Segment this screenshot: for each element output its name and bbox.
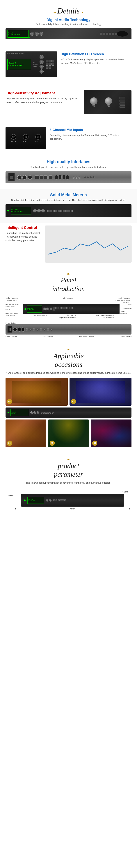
diagram-labels-bottom: MIC INPUT Mic Main Volume Effect Volume … (5, 314, 132, 316)
power-bottom-labels: Power Interface USB Interface Audio Inpu… (5, 336, 132, 337)
details-section: ❧ Details ❧ Digital Audio Technology Pro… (0, 0, 137, 45)
dim-top-label: 4.5cm (7, 491, 128, 493)
interfaces-desc: The back panel is provided with high-qua… (5, 166, 132, 168)
param-desc: This is a wonderful combination of advan… (5, 482, 132, 484)
sensitivity-device-image: VOL MIC (84, 90, 132, 114)
diagram-labels-top-3: Up/Esc (5, 302, 132, 304)
photo-item-01: 01 (5, 378, 68, 406)
panel-diagram-container: Echo Parameter Mic Parameter Music Param… (5, 297, 132, 318)
label-output-interface: Output Interface (120, 336, 132, 337)
intelligent-text: Intelligent Control Supporting PC intell… (5, 225, 42, 242)
diagram-labels-top-1: Echo Parameter Mic Parameter Music Param… (5, 297, 132, 299)
label-mic-vol-gain: MIC VOLUME GAIN ADJUSTMENT (5, 304, 22, 307)
occasions-section: ❧ Applicable occasions A wide range of a… (0, 341, 137, 451)
lcd-label-vol: Vol (33, 62, 38, 63)
photo-num-04: 04 (92, 440, 97, 446)
dim-top-value: 4.5cm (122, 491, 128, 493)
mic-feature-row: MIC 1 MIC 2 MIC 3 3-Channel Mic Inputs S… (5, 127, 132, 149)
intelligent-software-image (45, 225, 132, 262)
mic-device-image: MIC 1 MIC 2 MIC 3 (5, 127, 46, 149)
param-flourish-left: ❧ (67, 458, 70, 462)
back-panel-diagram-device (5, 324, 132, 335)
label-main-ch-param: Main Channel Parameter (96, 314, 114, 316)
occasions-title-2: occasions (5, 361, 132, 369)
lcd-screen-display: Thuis140 Mic140 PSE 6P45 (7, 59, 31, 70)
photo-num-05: 05 (50, 440, 55, 446)
label-lcd-screen: LCD-Screen (5, 309, 14, 311)
label-power-interface: Power Interface (5, 336, 17, 337)
lcd-title: High Definition LCD Screen (61, 52, 131, 56)
interfaces-section: High-quality Interfaces The back panel i… (0, 156, 137, 189)
label-effect-volume: Effect Volume (66, 314, 76, 316)
sensitivity-desc: High-sensitivity rotary knob and durable… (6, 97, 80, 104)
digital-audio-title: Digital Audio Technology (5, 18, 132, 22)
mic-jack-2: MIC 2 (23, 134, 29, 143)
label-up-esc: Up/Esc (123, 302, 129, 304)
panel-intro-title: Panel (5, 276, 132, 284)
intelligent-desc: Supporting PC intelligent control. PC so… (5, 231, 42, 242)
lcd-line1: Thuis140 (8, 62, 30, 64)
dimension-diagram: 4.5cm 19.5cm Thuis140 Mic140 PSE (5, 487, 132, 514)
label-super-bass: Super Bass Parameter (59, 317, 76, 318)
panel-intro-sub: introduction (5, 285, 132, 292)
photo-num-01b: 01 (7, 440, 12, 446)
mic-desc: Supporting simultaneous input of 3-chann… (50, 133, 131, 141)
photo-item-04: 04 (91, 420, 132, 447)
solid-metal-section: Solid Metal Meteria Durable stainless st… (0, 189, 137, 223)
dim-device-image: Thuis140 Mic140 PSE (15, 494, 130, 510)
label-data-saving: Data Saving (123, 307, 132, 309)
mic-inputs-section: MIC 1 MIC 2 MIC 3 3-Channel Mic Inputs S… (0, 121, 137, 156)
mic-title: 3-Channel Mic Inputs (50, 128, 131, 132)
lcd-label-reverb: Reverb (33, 64, 38, 65)
dim-bottom-value: 48cm (69, 507, 76, 510)
intelligent-section: Intelligent Control Supporting PC intell… (0, 223, 137, 265)
lcd-feature-text: High Definition LCD Screen HD LCD Screen… (60, 51, 132, 66)
occasions-heading: ❧ Applicable occasions (5, 345, 132, 370)
height-indicator: 19.5cm (7, 495, 14, 509)
label-power-switch: Power Switch (5, 322, 132, 324)
label-echo-param: Echo Parameter (6, 297, 18, 299)
mic-label-1: MIC 1 (11, 141, 16, 143)
photo-row-1: 01 03 (5, 378, 132, 406)
sensitivity-section: VOL MIC High-sensitivity Adjustment High… (0, 84, 137, 121)
width-arrow: 48cm (15, 507, 130, 510)
diagram-left-labels: MIC VOLUME GAIN ADJUSTMENT LCD-Screen Mu… (5, 304, 22, 314)
label-mic-main-vol: Mic Main Volume (34, 314, 47, 316)
photo-row-2: 01 05 04 (5, 420, 132, 447)
photo-num-03: 03 (71, 399, 76, 404)
label-music-main-vol: Music Main Volume (5, 312, 18, 314)
label-mic-param: Mic Parameter (63, 297, 74, 299)
diagram-right-labels: Down Data Saving System Parameter (121, 304, 132, 314)
photo-num-01: 01 (7, 399, 12, 404)
solid-metal-desc: Durable stainless steel and corrosion re… (5, 199, 132, 202)
back-panel-image (5, 171, 132, 183)
occasions-title-1: Applicable (5, 352, 132, 361)
lcd-feature-row: Professional Digital Audio Pro... Thuis1… (5, 51, 132, 77)
label-music-param: Music Parameter (118, 297, 131, 299)
device-front-strip: Thuis140 Mic140 PSE 6P45 (5, 28, 132, 39)
occasions-device-strip: Thuis140 Mic140 PSE (5, 407, 132, 417)
label-audio-input: Audio Input Interface (79, 336, 94, 337)
lcd-device-image: Professional Digital Audio Pro... Thuis1… (5, 51, 57, 77)
param-heading: ❧ product parameter (5, 455, 132, 479)
panel-flourish-left: ❧ (67, 272, 70, 276)
occasions-flourish-left: ❧ (67, 348, 70, 352)
lcd-section: Professional Digital Audio Pro... Thuis1… (0, 45, 137, 84)
label-preset-recall: Preset Recall (7, 300, 17, 301)
sensitivity-feature-text: High-sensitivity Adjustment High-sensiti… (5, 90, 81, 105)
mic-jack-3: MIC 3 (35, 134, 41, 143)
panel-intro-section: ❧ Panel introduction Echo Parameter Mic … (0, 265, 137, 341)
interfaces-title: High-quality Interfaces (5, 159, 132, 164)
label-down: Down (128, 304, 132, 306)
mic-label-2: MIC 2 (23, 141, 28, 143)
intelligent-title: Intelligent Control (5, 225, 42, 230)
flourish-right: ❧ (81, 10, 84, 14)
label-preset-recall-knob: Preset Recall Knob (116, 300, 130, 301)
digital-audio-desc: Professional digital anti-howling & anti… (5, 23, 132, 26)
photo-item-03: 03 (70, 378, 132, 406)
panel-intro-heading: ❧ Panel introduction (5, 269, 132, 297)
power-panel-diagram: Power Switch Powe (5, 322, 132, 337)
mic-label-3: MIC 3 (36, 141, 40, 143)
sensitivity-feature-row: VOL MIC High-sensitivity Adjustment High… (5, 90, 132, 114)
solid-metal-device-image: Thuis140 Mic140 PSE 6P45 (5, 204, 132, 217)
